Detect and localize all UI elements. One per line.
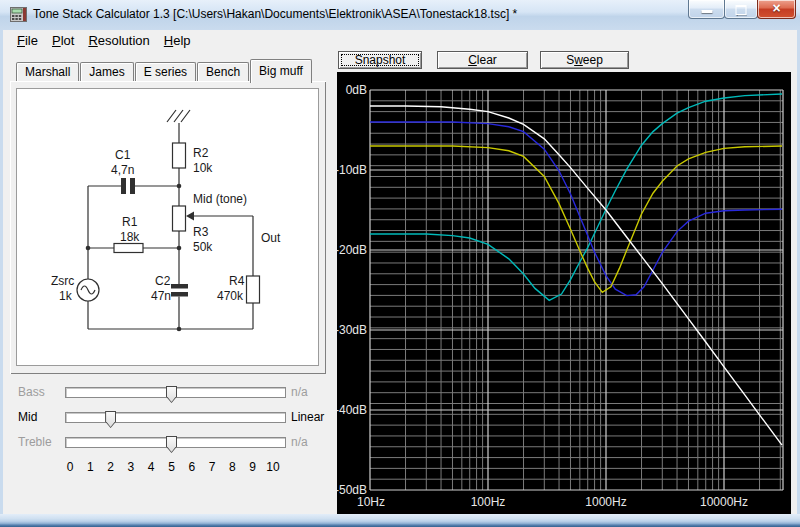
- capacitor-c1-symbol: [121, 178, 126, 194]
- curve-snapshot-cyan: [370, 94, 782, 300]
- c2-value: 47n: [151, 289, 171, 303]
- slider-status-treble: n/a: [291, 435, 335, 450]
- slider-scale-10: 10: [264, 460, 282, 474]
- zsrc-value: 1k: [59, 289, 73, 303]
- r3-value: 50k: [193, 240, 213, 254]
- slider-treble-thumb: [166, 436, 177, 453]
- c2-name: C2: [155, 274, 171, 288]
- x-tick-10000Hz: 10000Hz: [700, 495, 748, 509]
- slider-scale-5: 5: [163, 460, 181, 474]
- mid-tone-label: Mid (tone): [193, 192, 247, 206]
- x-tick-100Hz: 100Hz: [471, 495, 506, 509]
- x-tick-1000Hz: 1000Hz: [585, 495, 626, 509]
- frequency-response-plot: 0dB-10dB-20dB-30dB-40dB-50dB10Hz100Hz100…: [337, 72, 791, 514]
- menu-help[interactable]: Help: [157, 30, 198, 52]
- zsrc-name: Zsrc: [51, 274, 74, 288]
- slider-label-treble: Treble: [18, 435, 63, 450]
- slider-scale-9: 9: [244, 460, 262, 474]
- circuit-panel: C1 4,7n R2 10k Mid (tone) R3 50k R1 18k …: [16, 88, 319, 366]
- r1-name: R1: [122, 215, 138, 229]
- menu-plot[interactable]: Plot: [45, 30, 81, 52]
- circuit-diagram: C1 4,7n R2 10k Mid (tone) R3 50k R1 18k …: [17, 89, 318, 365]
- client-area: FilePlotResolutionHelp MarshallJamesE se…: [3, 30, 797, 514]
- thumb-face: [167, 387, 176, 402]
- resistor-r4-symbol: [247, 276, 260, 303]
- slider-label-bass: Bass: [18, 385, 63, 400]
- menu-resolution[interactable]: Resolution: [81, 30, 156, 52]
- maximize-button[interactable]: [724, 0, 758, 19]
- capacitor-c2-symbol: [171, 284, 188, 289]
- tab-e-series[interactable]: E series: [135, 62, 196, 82]
- ground-icon: [167, 110, 190, 143]
- wiper-arrow-icon: [186, 212, 194, 221]
- r2-value: 10k: [193, 161, 213, 175]
- slider-scale-1: 1: [81, 460, 99, 474]
- r1-value: 18k: [120, 230, 140, 244]
- resistor-r2-symbol: [173, 143, 186, 168]
- r3-name: R3: [193, 225, 209, 239]
- thumb-face: [167, 437, 176, 452]
- window-frame-bottom: [0, 514, 800, 527]
- thumb-face: [106, 412, 115, 427]
- sweep-button[interactable]: Sweep: [540, 51, 629, 69]
- y-tick--20dB: -20dB: [337, 243, 367, 257]
- minimize-button[interactable]: [688, 0, 725, 19]
- application-window: Tone Stack Calculator 1.3 [C:\Users\Haka…: [0, 0, 800, 527]
- clear-button[interactable]: Clear: [437, 51, 528, 69]
- curve-current-white: [370, 106, 782, 445]
- menu-file[interactable]: File: [10, 30, 45, 52]
- y-tick--10dB: -10dB: [337, 163, 367, 177]
- slider-scale-4: 4: [142, 460, 160, 474]
- slider-status-bass: n/a: [291, 385, 335, 400]
- tab-marshall[interactable]: Marshall: [16, 62, 79, 82]
- window-title: Tone Stack Calculator 1.3 [C:\Users\Haka…: [33, 0, 517, 30]
- r4-value: 470k: [217, 289, 244, 303]
- slider-scale-2: 2: [102, 460, 120, 474]
- y-tick-0dB: 0dB: [346, 83, 367, 97]
- r2-name: R2: [193, 146, 209, 160]
- slider-scale-6: 6: [183, 460, 201, 474]
- r4-name: R4: [229, 274, 245, 288]
- c1-name: C1: [115, 148, 131, 162]
- snapshot-button[interactable]: Snapshot: [338, 51, 422, 69]
- tab-strip: MarshallJamesE seriesBenchBig muff: [16, 58, 313, 82]
- slider-bass-thumb: [166, 386, 177, 403]
- maximize-icon: [736, 5, 747, 15]
- tab-bench[interactable]: Bench: [197, 62, 249, 82]
- close-icon: ×: [758, 0, 795, 17]
- slider-scale-7: 7: [203, 460, 221, 474]
- potentiometer-r3-symbol: [173, 206, 186, 231]
- slider-mid-thumb[interactable]: [105, 411, 116, 428]
- x-tick-10Hz: 10Hz: [357, 495, 385, 509]
- menu-bar: FilePlotResolutionHelp: [3, 30, 797, 52]
- resistor-r1-symbol: [114, 244, 143, 253]
- tab-big-muff[interactable]: Big muff: [250, 59, 312, 83]
- close-button[interactable]: ×: [757, 0, 796, 19]
- slider-mid-track[interactable]: [65, 412, 286, 423]
- slider-status-mid: Linear: [291, 410, 335, 425]
- minimize-icon: [701, 10, 712, 13]
- slider-scale-8: 8: [223, 460, 241, 474]
- slider-label-mid: Mid: [18, 410, 63, 425]
- c1-value: 4,7n: [111, 163, 134, 177]
- out-label: Out: [261, 231, 281, 245]
- y-tick--40dB: -40dB: [337, 403, 367, 417]
- title-bar: Tone Stack Calculator 1.3 [C:\Users\Haka…: [0, 0, 800, 30]
- y-tick--30dB: -30dB: [337, 323, 367, 337]
- app-icon: [10, 7, 27, 22]
- tab-james[interactable]: James: [80, 62, 133, 82]
- slider-scale-0: 0: [61, 460, 79, 474]
- slider-scale-3: 3: [122, 460, 140, 474]
